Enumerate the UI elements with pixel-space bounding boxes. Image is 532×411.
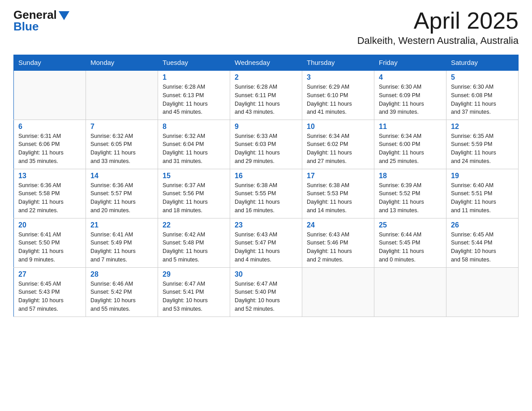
day-info: Sunrise: 6:40 AM Sunset: 5:51 PM Dayligh…	[451, 181, 514, 215]
day-number: 14	[90, 172, 153, 180]
day-info: Sunrise: 6:31 AM Sunset: 6:06 PM Dayligh…	[18, 132, 81, 166]
day-info: Sunrise: 6:33 AM Sunset: 6:03 PM Dayligh…	[235, 132, 297, 166]
day-cell: 28Sunrise: 6:46 AM Sunset: 5:42 PM Dayli…	[86, 267, 158, 317]
day-cell: 30Sunrise: 6:47 AM Sunset: 5:40 PM Dayli…	[230, 267, 302, 317]
day-info: Sunrise: 6:34 AM Sunset: 6:00 PM Dayligh…	[379, 132, 442, 166]
week-row-4: 20Sunrise: 6:41 AM Sunset: 5:50 PM Dayli…	[14, 218, 519, 267]
day-number: 25	[379, 221, 442, 229]
day-number: 15	[163, 172, 225, 180]
title-block: April 2025 Dalkeith, Western Australia, …	[357, 9, 519, 47]
day-number: 5	[451, 73, 514, 81]
day-info: Sunrise: 6:29 AM Sunset: 6:10 PM Dayligh…	[307, 83, 369, 116]
day-cell	[374, 267, 446, 317]
day-cell	[14, 70, 86, 120]
location-title: Dalkeith, Western Australia, Australia	[357, 35, 519, 47]
day-info: Sunrise: 6:36 AM Sunset: 5:58 PM Dayligh…	[18, 181, 81, 215]
day-info: Sunrise: 6:37 AM Sunset: 5:56 PM Dayligh…	[163, 181, 225, 215]
day-cell: 12Sunrise: 6:35 AM Sunset: 5:59 PM Dayli…	[446, 120, 519, 169]
day-info: Sunrise: 6:32 AM Sunset: 6:04 PM Dayligh…	[163, 132, 225, 166]
day-number: 20	[18, 221, 81, 229]
day-info: Sunrise: 6:45 AM Sunset: 5:44 PM Dayligh…	[451, 231, 514, 264]
day-info: Sunrise: 6:43 AM Sunset: 5:46 PM Dayligh…	[307, 231, 369, 264]
col-header-thursday: Thursday	[302, 55, 374, 71]
day-number: 27	[18, 270, 81, 278]
calendar-header-row: SundayMondayTuesdayWednesdayThursdayFrid…	[14, 55, 519, 71]
day-number: 29	[163, 270, 225, 278]
day-cell: 11Sunrise: 6:34 AM Sunset: 6:00 PM Dayli…	[374, 120, 446, 169]
day-cell: 29Sunrise: 6:47 AM Sunset: 5:41 PM Dayli…	[158, 267, 230, 317]
day-number: 12	[451, 123, 514, 131]
day-number: 7	[90, 123, 153, 131]
day-cell: 9Sunrise: 6:33 AM Sunset: 6:03 PM Daylig…	[230, 120, 302, 169]
day-number: 24	[307, 221, 369, 229]
day-info: Sunrise: 6:41 AM Sunset: 5:49 PM Dayligh…	[90, 231, 153, 264]
day-cell: 4Sunrise: 6:30 AM Sunset: 6:09 PM Daylig…	[374, 70, 446, 120]
day-cell	[302, 267, 374, 317]
day-number: 26	[451, 221, 514, 229]
day-cell: 22Sunrise: 6:42 AM Sunset: 5:48 PM Dayli…	[158, 218, 230, 267]
day-number: 3	[307, 73, 369, 81]
day-number: 4	[379, 73, 442, 81]
day-cell: 26Sunrise: 6:45 AM Sunset: 5:44 PM Dayli…	[446, 218, 519, 267]
day-number: 21	[90, 221, 153, 229]
day-info: Sunrise: 6:43 AM Sunset: 5:47 PM Dayligh…	[235, 231, 297, 264]
day-info: Sunrise: 6:30 AM Sunset: 6:08 PM Dayligh…	[451, 83, 514, 116]
day-cell: 6Sunrise: 6:31 AM Sunset: 6:06 PM Daylig…	[14, 120, 86, 169]
day-cell: 5Sunrise: 6:30 AM Sunset: 6:08 PM Daylig…	[446, 70, 519, 120]
day-info: Sunrise: 6:45 AM Sunset: 5:43 PM Dayligh…	[18, 280, 81, 313]
day-info: Sunrise: 6:46 AM Sunset: 5:42 PM Dayligh…	[90, 280, 153, 313]
day-cell	[446, 267, 519, 317]
day-cell: 19Sunrise: 6:40 AM Sunset: 5:51 PM Dayli…	[446, 169, 519, 218]
day-number: 23	[235, 221, 297, 229]
day-number: 19	[451, 172, 514, 180]
day-info: Sunrise: 6:34 AM Sunset: 6:02 PM Dayligh…	[307, 132, 369, 166]
day-info: Sunrise: 6:35 AM Sunset: 5:59 PM Dayligh…	[451, 132, 514, 166]
day-number: 22	[163, 221, 225, 229]
day-cell: 20Sunrise: 6:41 AM Sunset: 5:50 PM Dayli…	[14, 218, 86, 267]
day-number: 10	[307, 123, 369, 131]
day-cell: 15Sunrise: 6:37 AM Sunset: 5:56 PM Dayli…	[158, 169, 230, 218]
day-cell: 2Sunrise: 6:28 AM Sunset: 6:11 PM Daylig…	[230, 70, 302, 120]
week-row-1: 1Sunrise: 6:28 AM Sunset: 6:13 PM Daylig…	[14, 70, 519, 120]
day-cell: 27Sunrise: 6:45 AM Sunset: 5:43 PM Dayli…	[14, 267, 86, 317]
day-cell: 10Sunrise: 6:34 AM Sunset: 6:02 PM Dayli…	[302, 120, 374, 169]
col-header-saturday: Saturday	[446, 55, 519, 71]
logo-blue: Blue	[13, 21, 39, 32]
day-number: 6	[18, 123, 81, 131]
week-row-5: 27Sunrise: 6:45 AM Sunset: 5:43 PM Dayli…	[14, 267, 519, 317]
day-number: 1	[163, 73, 225, 81]
day-cell: 8Sunrise: 6:32 AM Sunset: 6:04 PM Daylig…	[158, 120, 230, 169]
day-info: Sunrise: 6:41 AM Sunset: 5:50 PM Dayligh…	[18, 231, 81, 264]
col-header-wednesday: Wednesday	[230, 55, 302, 71]
day-info: Sunrise: 6:30 AM Sunset: 6:09 PM Dayligh…	[379, 83, 442, 116]
day-cell: 21Sunrise: 6:41 AM Sunset: 5:49 PM Dayli…	[86, 218, 158, 267]
day-cell: 24Sunrise: 6:43 AM Sunset: 5:46 PM Dayli…	[302, 218, 374, 267]
day-number: 8	[163, 123, 225, 131]
month-title: April 2025	[357, 9, 519, 32]
day-info: Sunrise: 6:42 AM Sunset: 5:48 PM Dayligh…	[163, 231, 225, 264]
day-number: 18	[379, 172, 442, 180]
day-info: Sunrise: 6:36 AM Sunset: 5:57 PM Dayligh…	[90, 181, 153, 215]
day-number: 17	[307, 172, 369, 180]
day-number: 11	[379, 123, 442, 131]
col-header-sunday: Sunday	[14, 55, 86, 71]
day-cell: 1Sunrise: 6:28 AM Sunset: 6:13 PM Daylig…	[158, 70, 230, 120]
col-header-monday: Monday	[86, 55, 158, 71]
logo: General Blue	[13, 9, 69, 32]
page-header: General Blue April 2025 Dalkeith, Wester…	[13, 9, 519, 47]
day-info: Sunrise: 6:44 AM Sunset: 5:45 PM Dayligh…	[379, 231, 442, 264]
day-cell: 18Sunrise: 6:39 AM Sunset: 5:52 PM Dayli…	[374, 169, 446, 218]
day-cell	[86, 70, 158, 120]
logo-general: General	[13, 9, 57, 21]
col-header-tuesday: Tuesday	[158, 55, 230, 71]
day-info: Sunrise: 6:28 AM Sunset: 6:11 PM Dayligh…	[235, 83, 297, 116]
day-cell: 25Sunrise: 6:44 AM Sunset: 5:45 PM Dayli…	[374, 218, 446, 267]
week-row-2: 6Sunrise: 6:31 AM Sunset: 6:06 PM Daylig…	[14, 120, 519, 169]
day-info: Sunrise: 6:32 AM Sunset: 6:05 PM Dayligh…	[90, 132, 153, 166]
day-info: Sunrise: 6:28 AM Sunset: 6:13 PM Dayligh…	[163, 83, 225, 116]
col-header-friday: Friday	[374, 55, 446, 71]
day-cell: 23Sunrise: 6:43 AM Sunset: 5:47 PM Dayli…	[230, 218, 302, 267]
day-number: 13	[18, 172, 81, 180]
day-info: Sunrise: 6:38 AM Sunset: 5:53 PM Dayligh…	[307, 181, 369, 215]
day-number: 28	[90, 270, 153, 278]
